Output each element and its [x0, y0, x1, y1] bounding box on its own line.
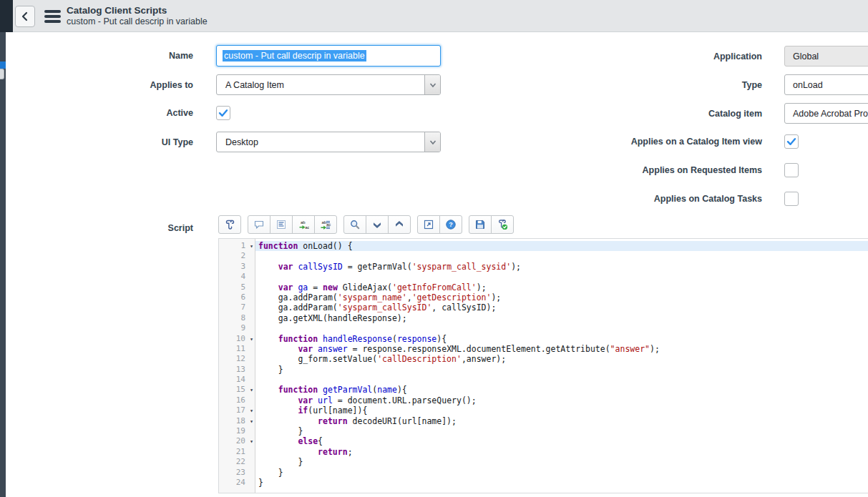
line-number: 2 [219, 251, 255, 261]
replace-all-icon: abac [320, 219, 331, 230]
line-number: 18▾ [219, 416, 255, 426]
applies-to-label: Applies to [50, 74, 193, 95]
code-line: } [255, 426, 868, 436]
code-line [255, 272, 868, 282]
replace-button[interactable]: abac [292, 215, 315, 234]
header-corner-block [0, 0, 13, 32]
line-number: 15▾ [219, 385, 255, 395]
find-previous-button[interactable] [388, 215, 411, 234]
line-number: 8 [219, 313, 255, 323]
code-line: var ga = new GlideAjax('getInfoFromCall'… [255, 282, 868, 292]
line-number: 11 [219, 344, 255, 354]
line-number: 20▾ [219, 436, 255, 446]
code-line: if(url[name]){ [255, 405, 868, 415]
code-line: } [255, 365, 868, 375]
line-number: 23 [219, 468, 255, 478]
catalog-client-script-form-page: Catalog Client Scripts custom - Put call… [0, 0, 868, 497]
code-line: var answer = response.responseXML.docume… [255, 344, 868, 354]
hamburger-menu-icon[interactable] [44, 10, 61, 23]
fold-toggle-icon[interactable]: ▾ [250, 436, 253, 446]
type-value: onLoad [793, 80, 823, 90]
code-line: function handleResponse(response){ [255, 334, 868, 344]
code-line: function getParmVal(name){ [255, 385, 868, 395]
fold-toggle-icon[interactable]: ▾ [250, 405, 253, 415]
application-input: Global [784, 46, 868, 67]
applies-on-catalog-tasks-label: Applies on Catalog Tasks [558, 192, 762, 206]
comment-icon [253, 219, 265, 230]
script-code-editor: 1▾2345678910▾1112131415▾1617▾18▾1920▾212… [218, 238, 868, 493]
chevron-down-solid-icon [371, 219, 383, 230]
code-line [255, 251, 868, 261]
code-line [255, 323, 868, 333]
editor-gutter: 1▾2345678910▾1112131415▾1617▾18▾1920▾212… [219, 239, 255, 493]
applies-to-select[interactable]: A Catalog Item [216, 74, 441, 95]
type-input[interactable]: onLoad [784, 74, 868, 95]
line-number: 7 [219, 302, 255, 313]
code-line: g_form.setValue('callDescription',answer… [255, 354, 868, 364]
svg-text:ab: ab [301, 220, 306, 225]
pop-out-icon [423, 219, 434, 230]
save-icon [474, 219, 486, 230]
line-number: 14 [219, 375, 255, 385]
code-line: return; [255, 447, 868, 457]
find-next-button[interactable] [366, 215, 389, 234]
page-title: Catalog Client Scripts [67, 5, 208, 16]
toggle-comment-button[interactable] [248, 215, 270, 234]
name-label: Name [50, 45, 193, 67]
applies-on-catalog-item-view-checkbox[interactable] [784, 134, 799, 149]
type-label: Type [558, 74, 762, 95]
format-code-icon [275, 219, 287, 230]
back-button[interactable] [15, 6, 35, 27]
search-icon [349, 219, 361, 230]
line-number: 1▾ [219, 241, 255, 251]
applies-on-catalog-tasks-checkbox[interactable] [784, 192, 799, 206]
applies-on-catalog-item-view-label: Applies on a Catalog Item view [558, 134, 762, 149]
fold-toggle-icon[interactable]: ▾ [250, 241, 253, 251]
code-line: } [255, 478, 868, 488]
code-line: var callSysID = getParmVal('sysparm_call… [255, 262, 868, 272]
code-line: else{ [255, 436, 868, 446]
script-editor-button[interactable] [218, 215, 241, 234]
line-number: 10▾ [219, 334, 255, 344]
search-button[interactable] [343, 215, 366, 234]
ui-type-select[interactable]: Desktop [216, 132, 441, 152]
application-value: Global [793, 51, 819, 61]
toolbar-group: ? [417, 215, 462, 234]
format-code-button[interactable] [270, 215, 293, 234]
line-number: 5 [219, 282, 255, 292]
chevron-down-icon[interactable] [424, 75, 440, 94]
save-button[interactable] [469, 215, 492, 234]
line-number: 4 [219, 272, 255, 282]
syntax-check-icon [497, 219, 508, 230]
script-editor-toolbar: abacabac? [218, 215, 514, 234]
navigator-edge-strip [0, 32, 6, 497]
toolbar-group: abacabac [248, 215, 337, 234]
open-in-new-window-button[interactable] [417, 215, 440, 234]
navigator-edge-accent [0, 61, 6, 69]
line-number: 9 [219, 323, 255, 333]
svg-text:ac: ac [326, 222, 331, 227]
syntax-check-button[interactable] [491, 215, 514, 234]
application-label: Application [558, 46, 762, 67]
name-input[interactable]: custom - Put call descrip in variable [216, 45, 441, 67]
splitter-handle[interactable] [0, 69, 4, 79]
fold-toggle-icon[interactable]: ▾ [250, 416, 253, 426]
chevron-down-icon[interactable] [424, 132, 440, 152]
toolbar-group [218, 215, 241, 234]
applies-on-requested-items-checkbox[interactable] [784, 163, 799, 177]
ui-type-value: Desktop [217, 132, 424, 152]
catalog-item-input[interactable]: Adobe Acrobat Pro [784, 103, 868, 124]
replace-all-button[interactable]: abac [314, 215, 337, 234]
script-code-area[interactable]: function onLoad() { var callSysID = getP… [255, 239, 868, 493]
fold-toggle-icon[interactable]: ▾ [250, 334, 253, 344]
help-button[interactable]: ? [439, 215, 462, 234]
script-label: Script [50, 222, 193, 234]
name-input-selected-text: custom - Put call descrip in variable [223, 50, 366, 61]
line-number: 16 [219, 395, 255, 405]
line-number: 22 [219, 457, 255, 467]
line-number: 3 [219, 262, 255, 272]
fold-toggle-icon[interactable]: ▾ [250, 385, 253, 395]
active-checkbox[interactable] [216, 106, 230, 120]
line-number: 6 [219, 292, 255, 302]
svg-text:ac: ac [305, 225, 309, 230]
